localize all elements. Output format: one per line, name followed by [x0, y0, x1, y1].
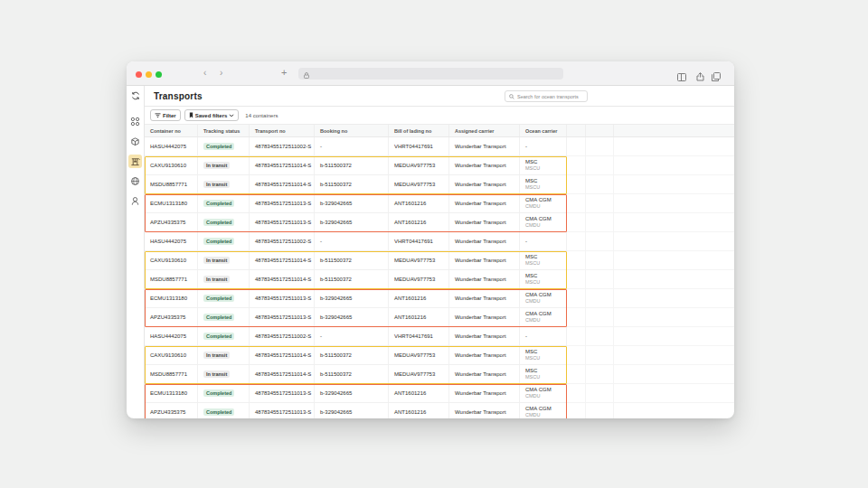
app-header: Transports Search for ocean transports — [145, 86, 734, 107]
table-row[interactable]: CAXU9130610In transit48783455172511014-S… — [145, 346, 734, 365]
address-bar[interactable] — [298, 68, 563, 80]
ocean-carrier-cell: CMA CGMCMDU — [520, 403, 567, 418]
ocean-carrier-name: MSC — [525, 273, 537, 279]
ocean-carrier-code: MSCU — [525, 165, 540, 172]
empty-cell — [567, 327, 586, 346]
column-header-booking-no[interactable]: Booking no — [315, 125, 389, 136]
tracking-status-cell: Completed — [198, 137, 250, 155]
apps-grid-icon — [130, 114, 140, 130]
ocean-carrier-name: MSC — [525, 349, 537, 355]
transport-no-cell: 48783455172511014-S — [250, 156, 315, 174]
sidebar-item-transports[interactable] — [128, 155, 142, 168]
table-row[interactable]: MSDU8857771In transit48783455172511014-S… — [145, 270, 734, 289]
ocean-carrier-name: CMA CGM — [525, 387, 552, 393]
booking-no-cell: - — [315, 232, 389, 250]
saved-filters-button[interactable]: Saved filters — [184, 109, 240, 121]
column-header-bill-of-lading-no[interactable]: Bill of lading no — [389, 125, 449, 136]
zoom-window-button[interactable] — [156, 71, 162, 78]
table-row[interactable]: MSDU8857771In transit48783455172511014-S… — [145, 365, 734, 384]
row-spacer — [614, 384, 734, 403]
bill-of-lading-cell: ANT1601216 — [389, 194, 449, 212]
search-input[interactable]: Search for ocean transports — [505, 90, 588, 102]
column-header-assigned-carrier[interactable]: Assigned carrier — [449, 125, 520, 136]
table-row[interactable]: APZU4335375Completed48783455172511013-Sb… — [145, 308, 734, 327]
tracking-status-cell: In transit — [198, 346, 250, 364]
ocean-carrier-cell: MSCMSCU — [520, 251, 567, 269]
container-no-cell: HASU4442075 — [145, 327, 198, 345]
assigned-carrier-cell: Wunderbar Transport — [449, 232, 520, 250]
forward-button[interactable]: › — [220, 68, 222, 79]
container-no-cell: ECMU1313180 — [145, 289, 198, 307]
container-no-cell: MSDU8857771 — [145, 175, 198, 193]
empty-cell — [567, 251, 586, 270]
close-window-button[interactable] — [136, 71, 142, 78]
empty-cell — [586, 365, 614, 384]
ocean-carrier-name: MSC — [525, 254, 537, 260]
sidebar-item-locations[interactable] — [128, 194, 142, 208]
empty-cell — [567, 403, 586, 418]
assigned-carrier-cell: Wunderbar Transport — [449, 365, 520, 383]
status-badge: Completed — [203, 200, 234, 207]
lock-icon — [304, 66, 309, 82]
status-badge: Completed — [203, 408, 234, 416]
transport-no-cell: 48783455172511002-S — [250, 137, 315, 155]
new-tab-button[interactable]: + — [281, 67, 287, 78]
empty-cell — [567, 156, 586, 175]
ocean-carrier-name: CMA CGM — [525, 197, 552, 203]
table-row[interactable]: HASU4442075Completed48783455172511002-S-… — [145, 232, 734, 251]
ocean-carrier-name: CMA CGM — [525, 406, 552, 412]
tracking-status-cell: Completed — [198, 213, 250, 231]
ocean-carrier-cell: CMA CGMCMDU — [520, 384, 567, 402]
empty-cell — [586, 327, 614, 346]
assigned-carrier-cell: Wunderbar Transport — [449, 213, 520, 231]
share-icon[interactable] — [696, 69, 704, 85]
row-spacer — [614, 213, 734, 232]
table-row[interactable]: APZU4335375Completed48783455172511013-Sb… — [145, 213, 734, 232]
column-header-transport-no[interactable]: Transport no — [250, 125, 315, 136]
bill-of-lading-cell: MEDUAV977753 — [389, 251, 449, 269]
empty-cell — [586, 251, 614, 270]
column-header-ocean-carrier[interactable]: Ocean carrier — [520, 125, 567, 136]
ocean-carrier-code: CMDU — [525, 298, 541, 305]
assigned-carrier-cell: Wunderbar Transport — [449, 175, 520, 193]
row-spacer — [614, 156, 734, 175]
sidebar-icon[interactable] — [677, 69, 686, 85]
sidebar-item-packages[interactable] — [128, 135, 142, 148]
ocean-carrier-code: MSCU — [525, 184, 540, 191]
ocean-carrier-name: MSC — [525, 159, 537, 165]
table-row[interactable]: ECMU1313180Completed48783455172511013-Sb… — [145, 194, 734, 213]
tabs-overview-icon[interactable] — [712, 69, 721, 85]
table-row[interactable]: ECMU1313180Completed48783455172511013-Sb… — [145, 384, 734, 403]
minimize-window-button[interactable] — [146, 71, 152, 78]
tracking-status-cell: In transit — [198, 270, 250, 288]
assigned-carrier-cell: Wunderbar Transport — [449, 327, 520, 345]
empty-cell — [567, 137, 586, 156]
status-badge: In transit — [203, 257, 230, 264]
booking-no-cell: b-511500372 — [315, 365, 389, 383]
column-header-container-no[interactable]: Container no — [145, 125, 198, 136]
filter-button[interactable]: Filter — [150, 109, 181, 121]
tracking-status-cell: Completed — [198, 403, 250, 418]
empty-cell — [567, 270, 586, 289]
app-logo[interactable] — [127, 86, 144, 107]
table-row[interactable]: HASU4442075Completed48783455172511002-S-… — [145, 327, 734, 346]
bill-of-lading-cell: MEDUAV977753 — [389, 175, 449, 193]
table-row[interactable]: HASU4442075Completed48783455172511002-S-… — [145, 137, 734, 156]
assigned-carrier-cell: Wunderbar Transport — [449, 308, 520, 326]
booking-no-cell: b-329042665 — [315, 384, 389, 402]
table-row[interactable]: CAXU9130610In transit48783455172511014-S… — [145, 251, 734, 270]
saved-filters-label: Saved filters — [195, 113, 228, 118]
sidebar-item-apps[interactable] — [128, 115, 142, 128]
table-row[interactable]: APZU4335375Completed48783455172511013-Sb… — [145, 403, 734, 418]
assigned-carrier-cell: Wunderbar Transport — [449, 289, 520, 307]
table-row[interactable]: MSDU8857771In transit48783455172511014-S… — [145, 175, 734, 194]
column-header-tracking-status[interactable]: Tracking status — [198, 125, 250, 136]
empty-cell — [586, 156, 614, 175]
container-no-cell: ECMU1313180 — [145, 194, 198, 212]
table-row[interactable]: ECMU1313180Completed48783455172511013-Sb… — [145, 289, 734, 308]
table-row[interactable]: CAXU9130610In transit48783455172511014-S… — [145, 156, 734, 175]
back-button[interactable]: ‹ — [203, 68, 206, 79]
transport-no-cell: 48783455172511014-S — [250, 365, 315, 383]
sidebar-item-global[interactable] — [128, 174, 142, 188]
row-spacer — [614, 175, 734, 194]
